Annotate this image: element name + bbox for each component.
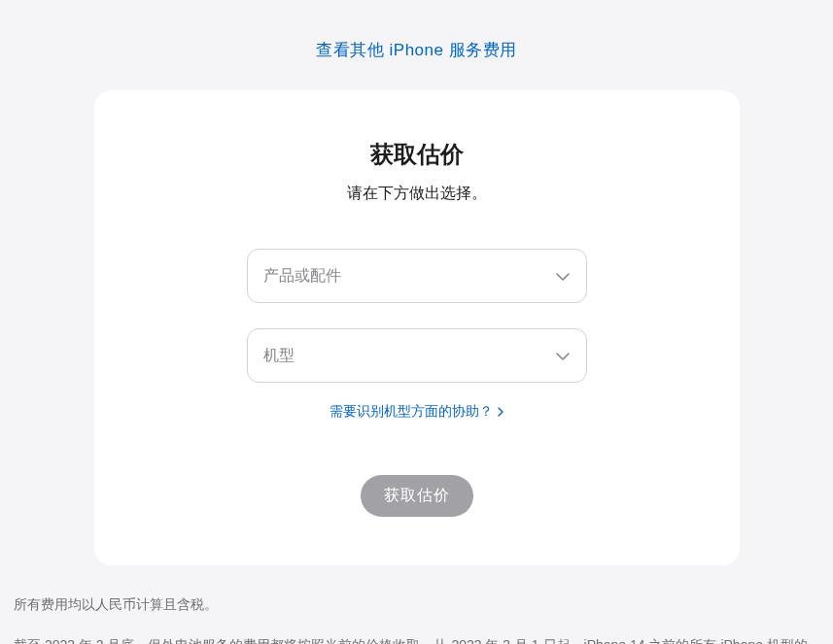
product-select-placeholder: 产品或配件 (263, 266, 341, 287)
footer-text: 所有费用均以人民币计算且含税。 截至 2023 年 2 月底，保外电池服务的费用… (10, 565, 823, 644)
chevron-right-icon (498, 404, 503, 420)
product-select-wrap: 产品或配件 (247, 249, 587, 303)
help-link-label: 需要识别机型方面的协助？ (330, 403, 493, 419)
model-select-placeholder: 机型 (263, 346, 295, 366)
other-service-fees-link[interactable]: 查看其他 iPhone 服务费用 (316, 41, 516, 59)
card-subtitle: 请在下方做出选择。 (153, 184, 681, 204)
footer-line-1: 所有费用均以人民币计算且含税。 (14, 593, 819, 616)
model-select-wrap: 机型 (247, 328, 587, 383)
estimate-card: 获取估价 请在下方做出选择。 产品或配件 机型 需要识别机型方面的协助？ (94, 90, 740, 565)
help-link-row: 需要识别机型方面的协助？ (153, 402, 681, 421)
get-estimate-button[interactable]: 获取估价 (361, 475, 473, 517)
identify-model-help-link[interactable]: 需要识别机型方面的协助？ (330, 403, 504, 419)
footer-line-2-part1: 截至 2023 年 2 月底，保外电池服务的费用都将按照当前的价格收取。从 20… (14, 637, 808, 644)
top-link-row: 查看其他 iPhone 服务费用 (10, 0, 823, 90)
footer-line-2: 截至 2023 年 2 月底，保外电池服务的费用都将按照当前的价格收取。从 20… (14, 633, 819, 644)
model-select[interactable]: 机型 (247, 328, 587, 383)
product-select[interactable]: 产品或配件 (247, 249, 587, 303)
card-title: 获取估价 (153, 139, 681, 170)
